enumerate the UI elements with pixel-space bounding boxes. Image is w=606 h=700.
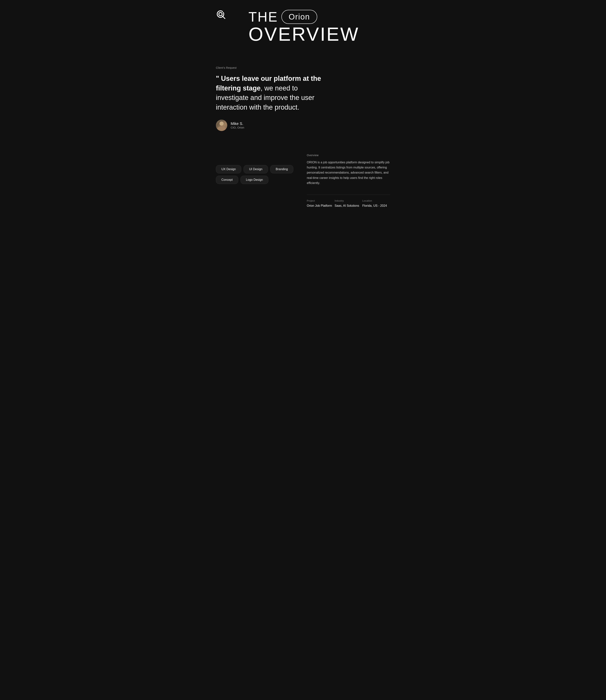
client-author: Mike S. CIO, Orion: [216, 120, 329, 131]
avatar-image: [216, 120, 227, 131]
hero-overview-text: OVERVIEW: [249, 25, 359, 44]
left-col: UX DesignUI DesignBrandingConceptLogo De…: [216, 154, 296, 184]
client-section: Client's Request " Users leave our platf…: [216, 51, 329, 142]
meta-location-value: Florida, US - 2024: [362, 204, 390, 208]
tag-pill[interactable]: UI Design: [243, 165, 268, 173]
logo-area: [216, 10, 226, 20]
meta-industry-label: Industry: [335, 199, 363, 202]
tags-area: UX DesignUI DesignBrandingConceptLogo De…: [216, 165, 296, 184]
meta-project-label: Project: [307, 199, 335, 202]
logo-icon: [216, 10, 226, 20]
avatar: [216, 120, 227, 131]
hero-title-area: THE Orion OVERVIEW: [226, 10, 390, 44]
tag-pill[interactable]: Concept: [216, 176, 238, 184]
author-info: Mike S. CIO, Orion: [231, 122, 244, 129]
right-col: Overview ORION is a job opportunities pl…: [307, 154, 390, 208]
hero-line-one: THE Orion: [249, 10, 317, 24]
hero-the-text: THE: [249, 10, 278, 24]
meta-project-value: Orion Job Platform: [307, 204, 335, 208]
meta-industry-value: Saas, AI Solutions: [335, 204, 363, 208]
meta-row: Project Orion Job Platform Industry Saas…: [307, 195, 390, 208]
author-name: Mike S.: [231, 122, 244, 126]
meta-industry: Industry Saas, AI Solutions: [335, 199, 363, 208]
tag-pill[interactable]: Logo Design: [240, 176, 269, 184]
svg-point-1: [219, 13, 222, 16]
client-section-label: Client's Request: [216, 66, 329, 69]
meta-location: Location Florida, US - 2024: [362, 199, 390, 208]
author-title: CIO, Orion: [231, 126, 244, 129]
meta-project: Project Orion Job Platform: [307, 199, 335, 208]
header: THE Orion OVERVIEW: [216, 0, 390, 51]
lower-section: UX DesignUI DesignBrandingConceptLogo De…: [216, 142, 390, 223]
overview-text: ORION is a job opportunities platform de…: [307, 160, 390, 186]
tag-pill[interactable]: Branding: [270, 165, 293, 173]
svg-line-2: [223, 16, 225, 19]
hero-orion-pill: Orion: [281, 10, 317, 24]
tag-pill[interactable]: UX Design: [216, 165, 241, 173]
meta-location-label: Location: [362, 199, 390, 202]
client-quote: " Users leave our platform at the filter…: [216, 74, 329, 112]
overview-label: Overview: [307, 154, 390, 157]
